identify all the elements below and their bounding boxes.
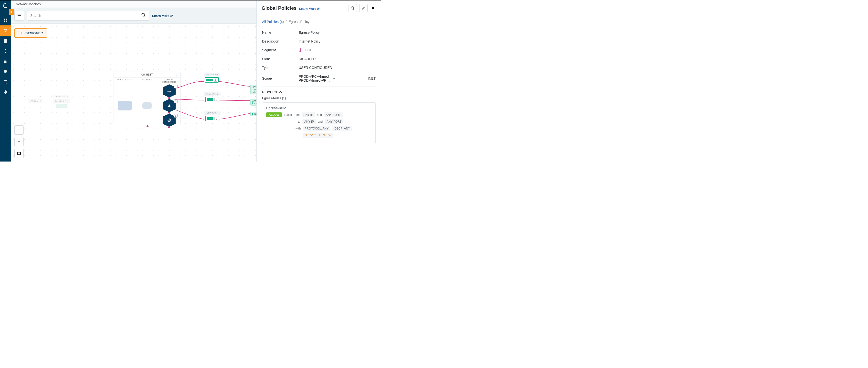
search-input[interactable] bbox=[30, 14, 139, 18]
search-icon[interactable] bbox=[141, 13, 146, 19]
pencil-icon bbox=[362, 6, 365, 10]
zoom-out-button[interactable]: − bbox=[14, 137, 24, 146]
toolbar: Learn More bbox=[11, 8, 256, 24]
svg-rect-22 bbox=[18, 152, 21, 155]
svg-point-13 bbox=[4, 62, 5, 63]
toolbar-learn-more-link[interactable]: Learn More bbox=[152, 14, 173, 18]
svg-rect-2 bbox=[4, 21, 5, 22]
designer-mode-button[interactable]: DESIGNER bbox=[14, 28, 47, 38]
target-prod-ahmed[interactable]: PROD-Ahmed… bbox=[250, 99, 256, 105]
panel-learn-more-link[interactable]: Learn More bbox=[299, 7, 320, 10]
svg-rect-0 bbox=[4, 19, 5, 20]
nav-routing[interactable] bbox=[0, 46, 11, 56]
cloud-connector-inet[interactable]: 1 bbox=[163, 117, 176, 124]
breadcrumb-all-policies[interactable]: All Policies (4) bbox=[262, 20, 284, 24]
svg-point-16 bbox=[6, 81, 7, 81]
page-title: Network Topology bbox=[11, 0, 256, 8]
region-anchor-dot bbox=[147, 125, 149, 127]
external-link-icon bbox=[317, 7, 320, 10]
faded-branch-cluster: IOS-Branch 1 OnPrem-Group Cloud-Ix-CNT… bbox=[28, 95, 70, 108]
services-node bbox=[142, 102, 152, 109]
target-inet[interactable]: INET bbox=[250, 112, 256, 116]
info-icon[interactable]: ⓘ bbox=[176, 73, 178, 77]
svg-rect-1 bbox=[6, 19, 7, 20]
trash-icon bbox=[351, 6, 354, 10]
external-link-icon bbox=[170, 14, 173, 17]
nav-settings[interactable] bbox=[0, 77, 11, 87]
globe-icon bbox=[167, 118, 171, 122]
breadcrumb: All Policies (4) / Egress-Policy bbox=[262, 20, 376, 24]
cloud-connector-azure[interactable]: 1 bbox=[163, 102, 176, 109]
svg-point-8 bbox=[5, 60, 6, 61]
rules-list-toggle[interactable]: Rules List bbox=[262, 90, 376, 94]
nav-documents[interactable] bbox=[0, 36, 11, 46]
group-azure[interactable]: Azure-Group 1 1 bbox=[204, 92, 221, 102]
svg-point-15 bbox=[6, 62, 7, 63]
cloud-connector-aws[interactable]: aws 1 bbox=[163, 87, 176, 95]
svg-point-14 bbox=[5, 62, 6, 63]
nav-notifications[interactable] bbox=[0, 87, 11, 97]
details-panel: Global Policies Learn More ✕ All Policie… bbox=[256, 0, 381, 161]
nav-topology[interactable] bbox=[0, 25, 11, 36]
rules-group-label: Egress-Rules (1) bbox=[262, 96, 376, 100]
rule-card: Egress-Rule ALLOW Traffic from ANY IP an… bbox=[262, 102, 376, 144]
nav-grid[interactable] bbox=[0, 56, 11, 66]
zoom-in-button[interactable]: + bbox=[14, 125, 24, 135]
filter-button[interactable] bbox=[14, 11, 24, 21]
nav-extensions[interactable] bbox=[0, 66, 11, 77]
group-aws[interactable]: AWS-Group 1 1 bbox=[204, 73, 220, 83]
allow-badge: ALLOW bbox=[266, 113, 282, 117]
designer-icon bbox=[19, 31, 23, 35]
svg-rect-3 bbox=[6, 21, 7, 22]
svg-point-18 bbox=[6, 83, 7, 84]
svg-point-11 bbox=[5, 61, 6, 62]
fit-view-button[interactable] bbox=[14, 149, 24, 158]
arrow-right-icon: → bbox=[332, 76, 336, 81]
delete-button[interactable] bbox=[348, 4, 357, 12]
service-chip: SERVICE: FTNTFW bbox=[303, 133, 333, 138]
target-prod-vpc[interactable]: PROD-VPC-A… bbox=[250, 85, 256, 94]
svg-point-12 bbox=[6, 61, 7, 62]
search-field[interactable] bbox=[27, 11, 149, 21]
nav-rail bbox=[0, 0, 11, 161]
breadcrumb-current: Egress-Policy bbox=[288, 20, 309, 24]
svg-point-10 bbox=[4, 61, 5, 62]
aws-icon: aws bbox=[167, 89, 172, 92]
azure-icon bbox=[167, 104, 171, 107]
chevron-up-icon bbox=[279, 91, 282, 93]
svg-point-17 bbox=[4, 82, 5, 82]
expand-sidebar-button[interactable] bbox=[9, 9, 14, 15]
svg-point-7 bbox=[4, 60, 5, 61]
svg-text:aws: aws bbox=[167, 90, 171, 92]
svg-point-9 bbox=[6, 60, 7, 61]
segment-icon bbox=[299, 49, 302, 52]
group-inet[interactable]: INET-EXIT… 1 1 bbox=[204, 112, 221, 121]
region-us-west[interactable]: US-WEST ⓘ USERS & SITES SERVICES CLOUD C… bbox=[114, 71, 181, 125]
nav-dashboard[interactable] bbox=[0, 15, 11, 25]
panel-title: Global Policies bbox=[261, 5, 297, 11]
users-sites-node bbox=[118, 101, 132, 111]
rule-title: Egress-Rule bbox=[266, 106, 371, 110]
close-panel-button[interactable]: ✕ bbox=[370, 5, 376, 11]
topology-canvas[interactable]: DESIGNER IOS-Branch 1 OnPrem-Group Cloud… bbox=[11, 24, 256, 161]
edit-button[interactable] bbox=[359, 4, 368, 12]
